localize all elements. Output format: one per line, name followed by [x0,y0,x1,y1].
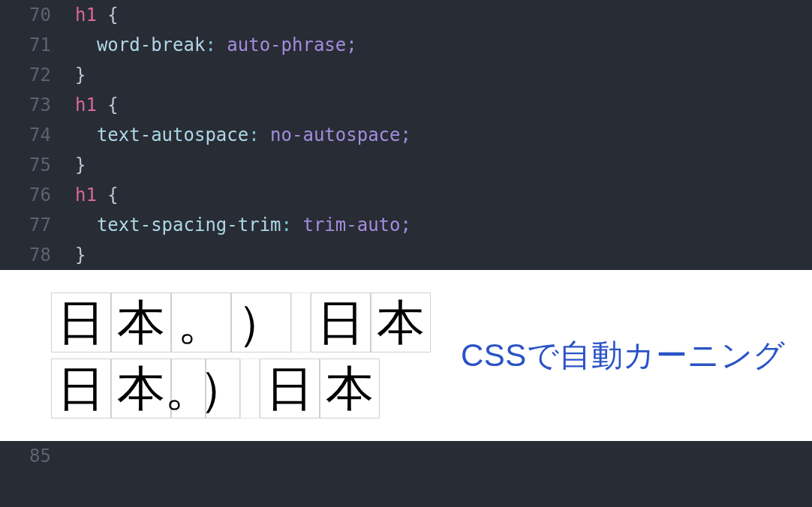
code-editor-bottom[interactable]: 85 [0,441,812,477]
glyph-box: 日 [311,292,371,352]
token: : [248,124,259,146]
glyph-box: 日 [260,358,320,418]
token: word-break [97,34,206,56]
line-number: 75 [0,150,75,180]
token: h1 [75,94,97,116]
code-line: 85 [0,441,812,471]
line-number: 77 [0,210,75,240]
token: trim-auto [302,214,400,236]
token [216,34,227,56]
line-number: 85 [0,441,75,471]
illustration-caption: CSSで自動カーニング [461,334,786,376]
token: text-spacing-trim [97,214,281,236]
glyph-box [240,358,260,418]
line-number: 70 [0,0,75,30]
code-content: } [75,60,812,90]
code-line: 73h1 { [0,90,812,120]
glyph-box: 。 [171,292,231,352]
glyph-box: 日 [51,358,111,418]
code-line: 78} [0,240,812,270]
token: ; [401,124,411,146]
glyph-box: 日 [51,292,111,352]
line-number: 78 [0,240,75,270]
token: } [75,154,86,176]
token: { [97,4,119,26]
token: { [97,184,119,206]
glyph-box: 本 [371,292,431,352]
code-content: } [75,150,812,180]
line-number: 76 [0,180,75,210]
line-number: 72 [0,60,75,90]
glyph-box: ） [231,292,291,352]
glyph-box: 本 [111,358,171,418]
code-line: 75} [0,150,812,180]
token: : [205,34,215,56]
token [260,124,270,146]
glyph-box: 本 [111,292,171,352]
code-content: h1 { [75,90,812,120]
line-number: 73 [0,90,75,120]
token: h1 [75,184,97,206]
kerning-illustration: 日本。）日本 日本。）日本 CSSで自動カーニング [0,270,812,441]
line-number: 71 [0,30,75,60]
code-content: h1 { [75,180,812,210]
code-line: 76h1 { [0,180,812,210]
code-line: 71 word-break: auto-phrase; [0,30,812,60]
token: { [97,94,119,116]
code-line: 70h1 { [0,0,812,30]
code-line: 74 text-autospace: no-autospace; [0,120,812,150]
code-editor[interactable]: 70h1 {71 word-break: auto-phrase;72}73h1… [0,0,812,270]
glyph-box: ） [206,358,240,418]
code-content: } [75,240,812,270]
kerning-example: 日本。）日本 日本。）日本 [51,292,431,418]
token: text-autospace [97,124,248,146]
token: h1 [75,4,97,26]
token: no-autospace [270,124,400,146]
token [292,214,302,236]
code-content: text-spacing-trim: trim-auto; [75,210,812,240]
kerning-row-after: 日本。）日本 [51,358,431,418]
token: auto-phrase [227,34,346,56]
token: } [75,244,86,266]
kerning-row-before: 日本。）日本 [51,292,431,352]
code-line: 77 text-spacing-trim: trim-auto; [0,210,812,240]
line-number: 74 [0,120,75,150]
glyph-box [291,292,311,352]
glyph-box: 本 [320,358,380,418]
token: ; [401,214,411,236]
code-content: text-autospace: no-autospace; [75,120,812,150]
code-line: 72} [0,60,812,90]
code-content: word-break: auto-phrase; [75,30,812,60]
token: } [75,64,86,86]
token: ; [346,34,356,56]
token: : [281,214,292,236]
code-content: h1 { [75,0,812,30]
